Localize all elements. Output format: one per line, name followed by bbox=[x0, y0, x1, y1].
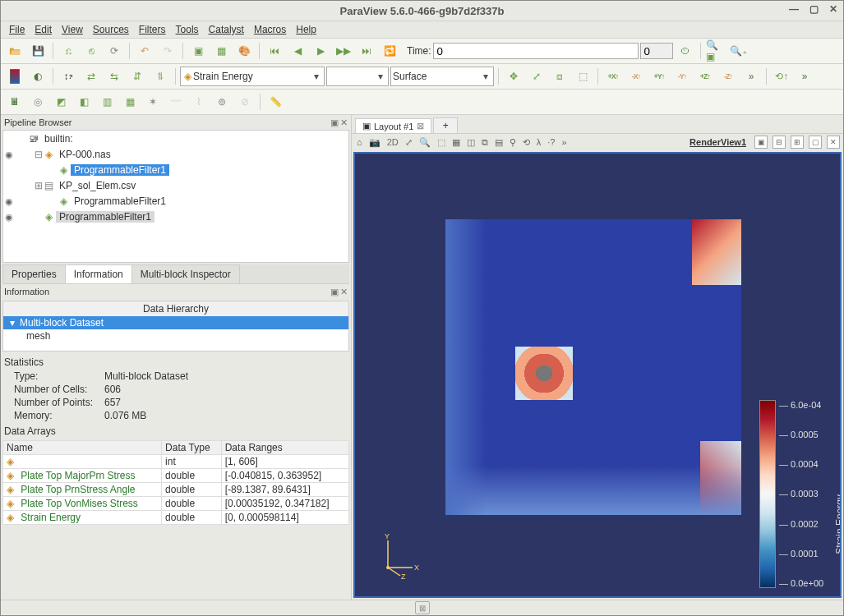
view-layout-btn-3[interactable]: ▢ bbox=[809, 136, 822, 149]
render-tool-12[interactable]: λ bbox=[535, 137, 543, 147]
group-icon[interactable]: ⊚ bbox=[211, 91, 233, 113]
close-button[interactable]: ✕ bbox=[827, 2, 840, 16]
find-data-plus-icon[interactable]: 🔍₊ bbox=[728, 40, 749, 62]
array-row[interactable]: ◈ int[1, 606] bbox=[3, 455, 349, 469]
render-tool-7[interactable]: ◫ bbox=[465, 137, 477, 148]
first-frame-icon[interactable]: ⏮ bbox=[264, 40, 285, 62]
colorbar-toggle-icon[interactable] bbox=[4, 66, 25, 87]
minimize-button[interactable]: — bbox=[787, 2, 800, 16]
time-index-input[interactable] bbox=[640, 43, 673, 59]
ruler-icon[interactable]: 📏 bbox=[265, 91, 286, 113]
layout-tab[interactable]: ▣Layout #1⊠ bbox=[355, 118, 431, 133]
rescale-icon[interactable]: ↕? bbox=[58, 66, 79, 87]
data-arrays-table[interactable]: Name Data Type Data Ranges ◈ int[1, 606]… bbox=[2, 440, 349, 525]
play-icon[interactable]: ▶ bbox=[310, 40, 331, 62]
info-float-icon[interactable]: ▣ bbox=[330, 287, 339, 297]
plus-z-icon[interactable]: +Z↑ bbox=[694, 66, 716, 87]
render-tool-14[interactable]: » bbox=[560, 137, 568, 147]
auto-apply-icon[interactable]: ▦ bbox=[210, 40, 232, 62]
render-tool-13[interactable]: ·? bbox=[546, 137, 556, 147]
contour-icon[interactable]: ◎ bbox=[27, 91, 48, 113]
open-icon[interactable] bbox=[4, 40, 25, 62]
rubber-band-icon[interactable]: ⬚ bbox=[572, 66, 593, 87]
maximize-button[interactable]: ▢ bbox=[807, 2, 820, 16]
minus-x-icon[interactable]: -X↑ bbox=[625, 66, 647, 87]
render-tool-6[interactable]: ▦ bbox=[450, 137, 462, 148]
slice-icon[interactable]: ◧ bbox=[73, 91, 95, 113]
component-selector[interactable]: ▾ bbox=[326, 67, 389, 86]
menu-filters[interactable]: Filters bbox=[134, 24, 171, 35]
redo-icon[interactable]: ↷ bbox=[157, 40, 178, 62]
zoom-to-data-icon[interactable]: ⤢ bbox=[526, 66, 547, 87]
pipeline-float-icon[interactable]: ▣ bbox=[330, 117, 339, 128]
tab-multiblock[interactable]: Multi-block Inspector bbox=[131, 264, 240, 283]
tab-properties[interactable]: Properties bbox=[2, 264, 66, 283]
data-hierarchy[interactable]: Data Hierarchy ▾Multi-block Dataset mesh bbox=[2, 301, 349, 352]
render-tool-4[interactable]: 🔍 bbox=[417, 137, 432, 148]
connect-icon[interactable]: ⎌ bbox=[58, 40, 79, 62]
render-tool-1[interactable]: 📷 bbox=[367, 137, 382, 148]
threshold-icon[interactable]: ▥ bbox=[96, 91, 118, 113]
pipeline-item[interactable]: ◈ProgrammableFilter1 bbox=[3, 162, 348, 177]
pipeline-item[interactable]: 🖳builtin: bbox=[3, 131, 348, 146]
find-data-icon[interactable]: 🔍▣ bbox=[705, 40, 726, 62]
loop-icon[interactable]: 🔁 bbox=[379, 40, 400, 62]
menu-file[interactable]: File bbox=[4, 24, 30, 35]
zoom-box-icon[interactable]: ⧈ bbox=[549, 66, 570, 87]
rotate-90-icon[interactable]: ⟲↑ bbox=[771, 66, 792, 87]
render-tool-11[interactable]: ⟲ bbox=[521, 137, 532, 148]
color-palette-icon[interactable]: 🎨 bbox=[233, 40, 255, 62]
pipeline-item[interactable]: ⊟ ◈KP-000.nas bbox=[3, 146, 348, 162]
warp-icon[interactable]: ⌇ bbox=[188, 91, 210, 113]
plus-x-icon[interactable]: +X↑ bbox=[602, 66, 624, 87]
render-tool-5[interactable]: ⬚ bbox=[436, 137, 447, 148]
array-row[interactable]: ◈ Plate Top VonMises Stressdouble[0.0003… bbox=[3, 497, 349, 511]
hierarchy-row[interactable]: mesh bbox=[3, 329, 348, 342]
glyph-icon[interactable]: ✶ bbox=[142, 91, 164, 113]
array-row[interactable]: ◈ Strain Energydouble[0, 0.000598114] bbox=[3, 511, 349, 525]
menu-tools[interactable]: Tools bbox=[171, 24, 204, 35]
tab-information[interactable]: Information bbox=[65, 264, 132, 283]
menu-edit[interactable]: Edit bbox=[30, 24, 57, 35]
color-legend[interactable]: — 6.0e-04— 0.0005— 0.0004— 0.0003— 0.000… bbox=[759, 400, 833, 588]
rescale-data-icon[interactable]: ⇆ bbox=[104, 66, 125, 87]
array-selector[interactable]: ◈ Strain Energy ▾ bbox=[180, 67, 325, 86]
array-row[interactable]: ◈ Plate Top MajorPrn Stressdouble[-0.040… bbox=[3, 469, 349, 483]
extract-icon[interactable]: ▦ bbox=[119, 91, 141, 113]
minus-z-icon[interactable]: -Z↑ bbox=[717, 66, 739, 87]
render-tool-10[interactable]: ⚲ bbox=[508, 137, 518, 148]
menu-macros[interactable]: Macros bbox=[249, 24, 291, 35]
minus-y-icon[interactable]: -Y↑ bbox=[671, 66, 693, 87]
next-frame-icon[interactable]: ▶▶ bbox=[333, 40, 354, 62]
info-close-icon[interactable]: ✕ bbox=[340, 287, 348, 297]
pipeline-item[interactable]: ◈ProgrammableFilter1 bbox=[3, 209, 348, 224]
time-step-icon[interactable]: ⏲ bbox=[675, 40, 696, 62]
stream-icon[interactable]: 〰 bbox=[165, 91, 187, 113]
reset-camera-icon[interactable]: ✥ bbox=[503, 66, 524, 87]
apply-icon[interactable]: ▣ bbox=[187, 40, 209, 62]
render-tool-0[interactable]: ⌂ bbox=[355, 137, 364, 147]
menu-view[interactable]: View bbox=[57, 24, 88, 35]
hierarchy-row[interactable]: ▾Multi-block Dataset bbox=[3, 316, 348, 329]
rescale-temporal-icon[interactable]: ⥮ bbox=[150, 66, 171, 87]
rescale-custom-icon[interactable]: ⇄ bbox=[81, 66, 102, 87]
pipeline-item[interactable]: ◈ProgrammableFilter1 bbox=[3, 193, 348, 209]
disconnect-icon[interactable]: ⎋ bbox=[81, 40, 102, 62]
save-icon[interactable]: 💾 bbox=[27, 40, 48, 62]
render-tool-8[interactable]: ⧉ bbox=[480, 137, 490, 148]
view-layout-btn-1[interactable]: ⊟ bbox=[773, 136, 786, 149]
view-layout-btn-0[interactable]: ▣ bbox=[754, 136, 768, 149]
prev-frame-icon[interactable]: ◀ bbox=[287, 40, 308, 62]
render-tool-9[interactable]: ▤ bbox=[493, 137, 505, 148]
time-value-input[interactable] bbox=[433, 43, 639, 59]
statusbar-button[interactable]: ⊠ bbox=[415, 601, 430, 614]
menu-sources[interactable]: Sources bbox=[88, 24, 134, 35]
edit-colormap-icon[interactable]: ◐ bbox=[27, 66, 48, 87]
representation-selector[interactable]: Surface ▾ bbox=[390, 67, 494, 86]
undo-icon[interactable]: ↶ bbox=[134, 40, 155, 62]
view-layout-btn-2[interactable]: ⊞ bbox=[791, 136, 804, 149]
pipeline-tree[interactable]: 🖳builtin:⊟ ◈KP-000.nas◈ProgrammableFilte… bbox=[2, 130, 349, 263]
render-tool-3[interactable]: ⤢ bbox=[404, 137, 414, 148]
pipeline-item[interactable]: ⊞ ▤KP_sol_Elem.csv bbox=[3, 177, 348, 193]
render-tool-2[interactable]: 2D bbox=[385, 137, 400, 147]
